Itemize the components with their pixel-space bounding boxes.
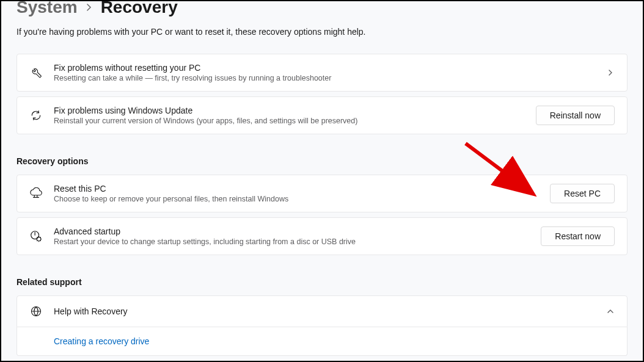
chevron-up-icon	[606, 307, 615, 316]
card-title: Fix problems using Windows Update	[54, 106, 525, 115]
breadcrumb-section[interactable]: System	[16, 0, 78, 17]
help-link-row: Creating a recovery drive	[16, 327, 628, 356]
page-subtitle: If you're having problems with your PC o…	[16, 27, 628, 37]
card-desc: Reinstall your current version of Window…	[54, 117, 525, 125]
sync-icon	[29, 109, 43, 122]
card-fix-without-reset[interactable]: Fix problems without resetting your PC R…	[16, 54, 628, 92]
breadcrumb: System Recovery	[16, 0, 628, 17]
card-desc: Choose to keep or remove your personal f…	[54, 195, 539, 203]
card-title: Help with Recovery	[54, 306, 595, 316]
card-fix-windows-update: Fix problems using Windows Update Reinst…	[16, 96, 628, 134]
reset-cloud-icon	[29, 187, 43, 200]
globe-icon	[29, 305, 43, 318]
svg-point-1	[37, 237, 40, 241]
card-desc: Resetting can take a while — first, try …	[54, 74, 595, 82]
chevron-right-icon	[86, 3, 92, 12]
reset-pc-button[interactable]: Reset PC	[550, 184, 615, 203]
card-desc: Restart your device to change startup se…	[54, 237, 530, 246]
card-title: Fix problems without resetting your PC	[54, 63, 595, 73]
card-advanced-startup: Advanced startup Restart your device to …	[16, 217, 628, 255]
card-reset-this-pc: Reset this PC Choose to keep or remove y…	[16, 175, 628, 212]
related-support-heading: Related support	[16, 277, 628, 287]
restart-now-button[interactable]: Restart now	[541, 226, 615, 246]
card-title: Advanced startup	[54, 226, 530, 236]
reinstall-now-button[interactable]: Reinstall now	[536, 106, 615, 125]
card-help-with-recovery[interactable]: Help with Recovery	[16, 295, 628, 327]
breadcrumb-page: Recovery	[101, 0, 178, 17]
chevron-right-icon	[606, 68, 615, 77]
creating-recovery-drive-link[interactable]: Creating a recovery drive	[54, 336, 149, 346]
wrench-icon	[29, 66, 43, 79]
recovery-options-heading: Recovery options	[16, 156, 628, 166]
card-title: Reset this PC	[54, 184, 539, 194]
power-gear-icon	[29, 230, 43, 243]
